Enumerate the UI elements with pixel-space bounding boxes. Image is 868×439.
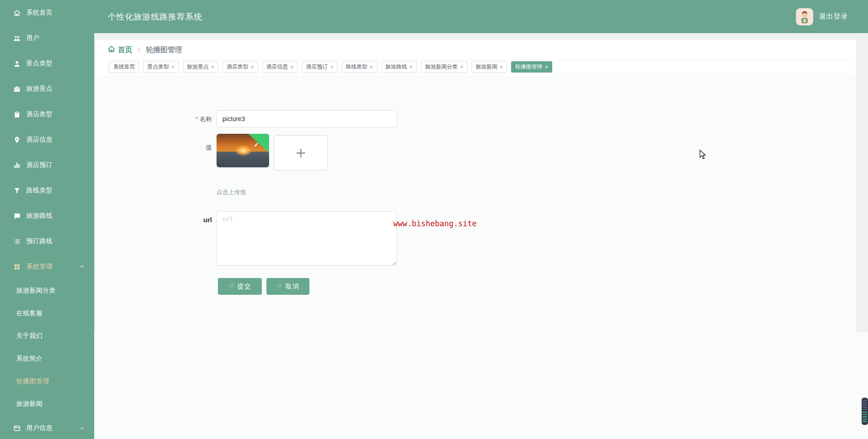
tab-system-home[interactable]: 系统首页 [109,61,139,73]
close-icon[interactable]: × [290,64,294,70]
close-icon[interactable]: × [211,64,215,70]
sidebar-item-label: 预订路线 [26,237,53,245]
sidebar-subitem-travel-news-category[interactable]: 旅游新闻分类 [0,279,94,302]
close-icon[interactable]: × [171,64,175,70]
sidebar-subitem-carousel-management[interactable]: 轮播图管理 [0,370,94,393]
tab-hotel-info[interactable]: 酒店信息× [262,61,298,73]
clipboard-icon [13,111,21,118]
sidebar-item-label: 旅游景点 [26,85,53,93]
tab-carousel-management[interactable]: 轮播图管理× [511,61,552,73]
tab-label: 旅游新闻分类 [425,63,458,71]
sidebar-item-label: 用户 [26,34,39,42]
tab-travel-news-category[interactable]: 旅游新闻分类× [421,61,468,73]
sidebar-item-booked-routes[interactable]: 预订路线 [0,229,94,254]
tab-scenic-spots[interactable]: 旅游景点× [183,61,219,73]
tab-travel-news[interactable]: 旅游新闻× [472,61,507,73]
sidebar-item-travel-routes[interactable]: 旅游路线 [0,203,94,229]
close-icon[interactable]: × [545,64,548,70]
tab-hotel-type[interactable]: 酒店类型× [222,61,258,73]
sidebar-item-hotel-type[interactable]: 酒店类型 [0,102,94,127]
breadcrumb-separator-icon: ☰ [136,47,142,53]
tab-strip: 系统首页 景点类型× 旅游景点× 酒店类型× 酒店信息× 酒店预订× 路线类型×… [107,60,854,73]
close-icon[interactable]: × [251,64,254,70]
folder-icon [13,424,21,432]
breadcrumb-home-link[interactable]: 首页 [107,45,132,55]
close-icon[interactable]: × [460,64,463,70]
home-icon [107,45,116,55]
close-icon[interactable]: × [500,64,503,70]
sidebar-item-users[interactable]: 用户 [0,25,94,51]
tab-travel-routes[interactable]: 旅游路线× [381,61,417,73]
tab-label: 酒店信息 [266,63,288,71]
breadcrumb: 首页 ☰ 轮播图管理 [107,44,182,56]
tab-label: 酒店类型 [227,63,248,71]
upload-hint: 点击上传值 [217,188,246,196]
sidebar-subitem-system-intro[interactable]: 系统简介 [0,347,94,370]
tab-hotel-booking[interactable]: 酒店预订× [302,61,338,73]
bar-chart-icon [13,161,21,169]
tab-label: 旅游景点 [187,63,209,71]
close-icon[interactable]: × [370,64,373,70]
required-asterisk: * [196,115,198,122]
tab-scenic-type[interactable]: 景点类型× [143,61,179,73]
cancel-button[interactable]: ♡ 取消 [266,278,309,295]
scrollbar-thumb[interactable] [862,398,868,425]
message-icon [13,212,21,220]
sidebar-subitem-label: 在线客服 [16,309,43,317]
sidebar-item-scenic-spots[interactable]: 旅游景点 [0,76,94,102]
sidebar-item-system-management[interactable]: 系统管理 [0,254,94,279]
uploaded-image-thumbnail[interactable]: ✓ [217,134,269,167]
url-textarea[interactable] [217,211,397,266]
sidebar-subitem-online-service[interactable]: 在线客服 [0,302,94,325]
avatar[interactable] [796,8,813,25]
submit-button[interactable]: ♡ 提交 [218,278,262,295]
form-area-background [96,75,856,332]
tab-label: 景点类型 [147,63,169,71]
list-icon [13,238,21,245]
sidebar-item-label: 景点类型 [26,59,53,68]
grid-icon [13,263,21,271]
heart-icon: ♡ [277,283,283,290]
sidebar-item-label: 用户信息 [26,424,53,432]
sidebar-subitem-about-us[interactable]: 关于我们 [0,325,94,347]
close-icon[interactable]: × [410,64,413,70]
submit-label: 提交 [237,283,251,291]
sidebar-subitem-label: 轮播图管理 [16,377,49,385]
chevron-down-icon [79,425,85,431]
check-icon: ✓ [254,141,259,148]
chevron-up-icon [79,264,85,269]
tab-route-type[interactable]: 路线类型× [342,61,377,73]
location-pin-icon [13,136,21,144]
sidebar-item-system-home[interactable]: 系统首页 [0,0,94,25]
sidebar-subitem-label: 旅游新闻分类 [16,287,56,295]
sidebar-item-user-info[interactable]: 用户信息 [0,415,94,439]
tab-label: 酒店预订 [306,63,328,71]
sidebar-item-hotel-info[interactable]: 酒店信息 [0,127,94,152]
sidebar-subitem-travel-news[interactable]: 旅游新闻 [0,393,94,415]
plus-icon: + [296,144,306,161]
name-label-text: 名称 [199,115,212,122]
tab-label: 轮播图管理 [515,63,542,71]
upload-button[interactable]: + [274,135,328,171]
sidebar-subitem-label: 系统简介 [16,355,43,363]
users-icon [13,34,21,42]
logout-button[interactable]: 退出登录 [819,12,848,21]
sidebar-item-label: 酒店信息 [26,136,53,144]
tab-label: 旅游路线 [386,63,407,71]
heart-icon: ♡ [229,283,235,290]
tab-label: 路线类型 [346,63,367,71]
sidebar-item-route-type[interactable]: 路线类型 [0,178,94,203]
sidebar-item-hotel-booking[interactable]: 酒店预订 [0,152,94,178]
name-input[interactable] [217,110,397,127]
breadcrumb-current: 轮播图管理 [146,45,182,55]
sidebar-item-scenic-type[interactable]: 景点类型 [0,51,94,76]
filter-icon [13,187,21,195]
value-label-text: 值 [206,144,212,151]
close-icon[interactable]: × [330,64,333,70]
breadcrumb-home-label: 首页 [118,45,132,55]
sidebar: 系统首页 用户 景点类型 旅游景点 酒店类型 酒店信息 酒店预订 [0,0,94,439]
sidebar-subitem-label: 关于我们 [16,332,43,340]
main-card: 首页 ☰ 轮播图管理 系统首页 景点类型× 旅游景点× 酒店类型× 酒店信息× … [96,40,856,332]
bottom-background [94,332,868,439]
sidebar-item-label: 系统首页 [26,9,53,17]
